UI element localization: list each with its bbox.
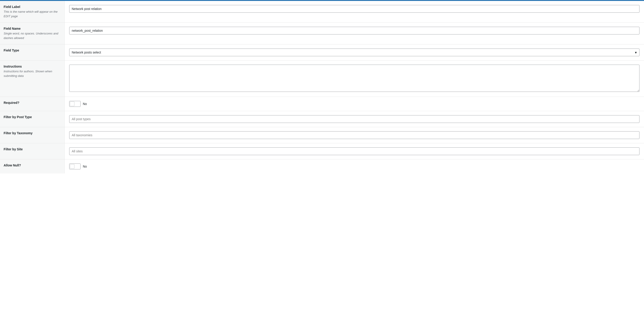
required-row: Required? No xyxy=(0,97,644,111)
filter-taxonomy-row: Filter by Taxonomy xyxy=(0,127,644,143)
form-container: Field Label This is the name which will … xyxy=(0,1,644,173)
field-name-title: Field Name xyxy=(4,27,60,30)
allow-null-cell: Allow Null? xyxy=(0,159,65,173)
instructions-title: Instructions xyxy=(4,65,60,68)
filter-taxonomy-input[interactable] xyxy=(69,131,640,139)
filter-site-cell: Filter by Site xyxy=(0,143,65,159)
required-toggle-label: No xyxy=(83,102,87,106)
field-type-select[interactable]: Network posts select xyxy=(69,48,640,56)
allow-null-toggle-row: No xyxy=(69,163,640,169)
filter-post-type-cell: Filter by Post Type xyxy=(0,111,65,127)
filter-taxonomy-field xyxy=(65,127,644,143)
required-title: Required? xyxy=(4,101,60,104)
field-label-input[interactable] xyxy=(69,5,640,13)
field-name-input[interactable] xyxy=(69,27,640,34)
field-type-title: Field Type xyxy=(4,48,60,52)
allow-null-row: Allow Null? No xyxy=(0,159,644,173)
instructions-field xyxy=(65,60,644,97)
instructions-row: Instructions Instructions for authors. S… xyxy=(0,60,644,97)
field-label-cell: Field Label This is the name which will … xyxy=(0,1,65,22)
required-field: No xyxy=(65,97,644,111)
field-type-field: Network posts select xyxy=(65,44,644,60)
field-label-title: Field Label xyxy=(4,5,60,8)
filter-taxonomy-cell: Filter by Taxonomy xyxy=(0,127,65,143)
filter-taxonomy-title: Filter by Taxonomy xyxy=(4,131,60,135)
instructions-textarea[interactable] xyxy=(69,65,640,92)
filter-post-type-title: Filter by Post Type xyxy=(4,115,60,119)
required-toggle[interactable] xyxy=(69,101,80,107)
field-label-field xyxy=(65,1,644,22)
allow-null-title: Allow Null? xyxy=(4,163,60,167)
filter-site-input[interactable] xyxy=(69,147,640,155)
allow-null-field: No xyxy=(65,159,644,173)
filter-post-type-row: Filter by Post Type xyxy=(0,111,644,127)
allow-null-toggle-label: No xyxy=(83,165,87,168)
required-toggle-knob xyxy=(70,102,74,106)
filter-site-title: Filter by Site xyxy=(4,147,60,151)
field-label-row: Field Label This is the name which will … xyxy=(0,1,644,23)
field-name-desc: Single word, no spaces. Underscores and … xyxy=(4,31,60,40)
field-type-select-wrapper: Network posts select xyxy=(69,48,640,56)
required-cell: Required? xyxy=(0,97,65,111)
instructions-desc: Instructions for authors. Shown when sub… xyxy=(4,69,60,78)
field-name-field xyxy=(65,23,644,44)
field-name-row: Field Name Single word, no spaces. Under… xyxy=(0,23,644,44)
filter-site-field xyxy=(65,143,644,159)
filter-post-type-field xyxy=(65,111,644,127)
field-type-row: Field Type Network posts select xyxy=(0,44,644,60)
required-toggle-row: No xyxy=(69,101,640,107)
filter-site-row: Filter by Site xyxy=(0,143,644,159)
instructions-cell: Instructions Instructions for authors. S… xyxy=(0,60,65,97)
filter-post-type-input[interactable] xyxy=(69,115,640,123)
field-type-cell: Field Type xyxy=(0,44,65,60)
field-label-desc: This is the name which will appear on th… xyxy=(4,9,60,18)
field-name-cell: Field Name Single word, no spaces. Under… xyxy=(0,23,65,44)
allow-null-toggle-knob xyxy=(70,164,74,169)
allow-null-toggle[interactable] xyxy=(69,163,80,169)
